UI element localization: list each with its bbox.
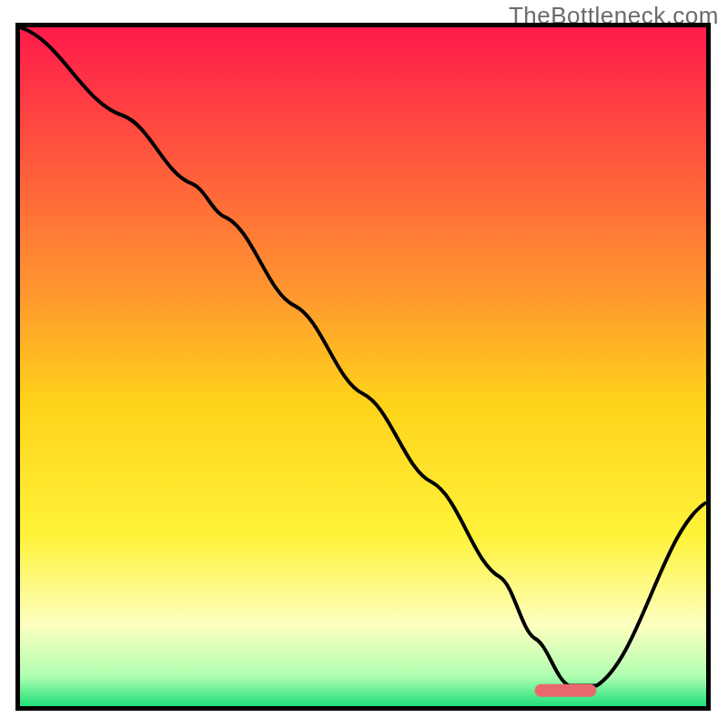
- optimal-zone-marker: [535, 684, 597, 697]
- gradient-rect: [20, 27, 706, 706]
- chart-frame: TheBottleneck.com: [0, 0, 728, 728]
- chart-plot: [20, 27, 706, 706]
